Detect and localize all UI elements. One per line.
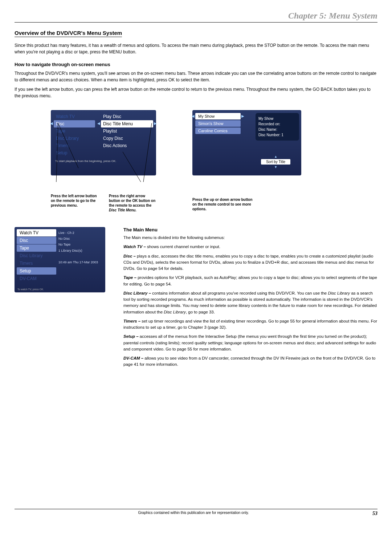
- mm-status: 10:49 am Thu 17-Mar 2003: [58, 259, 98, 265]
- osd1-right-item: Copy Disc: [101, 135, 153, 142]
- info-title: My Show: [258, 116, 296, 121]
- osd1-left-item: Watch TV: [54, 113, 95, 120]
- mm-hint: To watch TV, press OK.: [17, 288, 44, 291]
- osd1-hint: To start playback from the beginning, pr…: [51, 157, 156, 165]
- caption-updown-arrow: Press the up or down arrow button on the…: [192, 197, 258, 211]
- desc-watchtv: Watch TV – shows current channel number …: [123, 244, 377, 250]
- desc-timers: Timers – set up timer recordings and vie…: [123, 318, 377, 331]
- osd1-right-item-selected: Disc Title Menu: [101, 120, 153, 127]
- osd1-left-item: Tape: [54, 127, 95, 135]
- mm-item-dim: Timers: [17, 260, 56, 267]
- osd1-left-item: Timers: [54, 142, 95, 149]
- intro-text: Since this product has many features, it…: [15, 42, 377, 55]
- caption-right-arrow: Press the right arrow button or the OK b…: [109, 194, 156, 212]
- osd-main-menu: Watch TV Disc Tape Disc Library Timers S…: [15, 227, 105, 292]
- mm-status: No Disc: [58, 236, 98, 242]
- osd1-left-item-selected: Disc: [54, 120, 95, 127]
- info-recorded: Recorded on:: [258, 121, 296, 127]
- osd-disc-menu: Watch TV Disc Tape Disc Library Timers S…: [51, 110, 156, 175]
- osd1-left-item: Setup: [54, 149, 95, 157]
- osd2-item: Simon's Show: [195, 120, 241, 127]
- nav-paragraph-2: If you see the left arrow button, you ca…: [15, 86, 377, 99]
- info-disc-name: Disc Name:: [258, 127, 296, 132]
- desc-library: Disc Library – contains information abou…: [123, 290, 377, 315]
- main-menu-heading: The Main Menu: [123, 227, 377, 232]
- info-disc-number: Disc Number: 1: [258, 132, 296, 138]
- section-title: Overview of the DVD/VCR's Menu System: [15, 30, 122, 37]
- mm-item: Disc: [17, 237, 56, 244]
- nav-paragraph-1: Throughout the DVD/VCR's menu system, yo…: [15, 70, 377, 83]
- osd2-item: Caroline Comics: [195, 127, 241, 134]
- mm-item-dim: DV-CAM: [17, 275, 56, 282]
- sort-button: Sort by Title: [261, 159, 290, 165]
- desc-tape: Tape – provides options for VCR playback…: [123, 275, 377, 287]
- osd1-right-item: Playlist: [101, 127, 153, 135]
- desc-dvcam: DV-CAM – allows you to see video from a …: [123, 355, 377, 368]
- mm-item: Setup: [17, 267, 56, 275]
- osd2-info-panel: My Show Recorded on: Disc Name: Disc Num…: [256, 113, 299, 141]
- page-number: 53: [372, 511, 377, 516]
- mm-status: Live - Ch 2: [58, 230, 98, 236]
- chapter-header: Chapter 5: Menu System: [15, 11, 377, 23]
- mm-status: No Tape: [58, 242, 98, 247]
- osd1-right-item: Play Disc: [101, 113, 153, 120]
- desc-setup: Setup – accesses all of the menus from t…: [123, 333, 377, 352]
- page-footer: Graphics contained within this publicati…: [15, 509, 377, 516]
- footer-text: Graphics contained within this publicati…: [15, 511, 372, 516]
- nav-heading: How to navigate through on-screen menus: [15, 62, 377, 67]
- mm-status: 1 Library Disc(s): [58, 248, 98, 254]
- desc-disc: Disc – plays a disc, accesses the disc t…: [123, 253, 377, 272]
- mm-item: Tape: [17, 244, 56, 252]
- mm-status: [58, 254, 98, 259]
- osd1-left-item: Disc Library: [54, 135, 95, 142]
- osd1-right-item: Disc Actions: [101, 142, 153, 149]
- caption-left-arrow: Press the left arrow button on the remot…: [51, 194, 102, 212]
- mm-item-dim: Disc Library: [17, 252, 56, 259]
- main-menu-intro: The Main menu is divided into the follow…: [123, 235, 377, 241]
- mm-item-selected: Watch TV: [17, 229, 56, 236]
- osd2-item-selected: My Show: [195, 113, 241, 119]
- osd-disc-library: My Show Simon's Show Caroline Comics My …: [192, 110, 301, 175]
